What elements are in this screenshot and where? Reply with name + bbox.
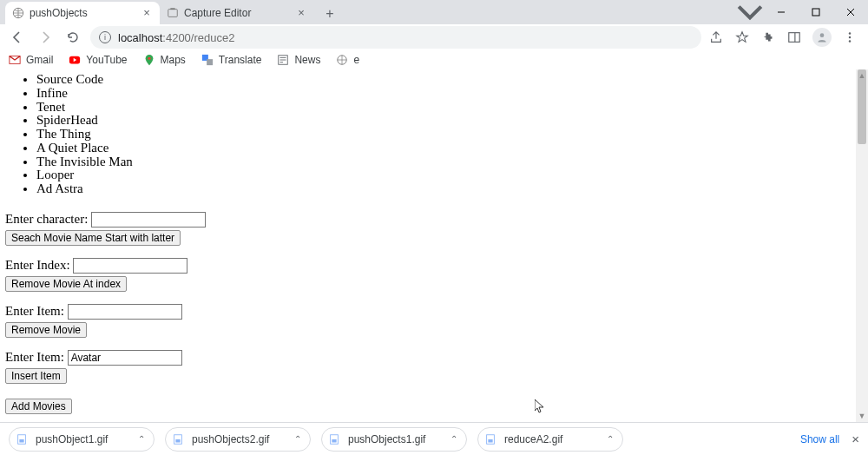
- remove-at-index-button[interactable]: Remove Movie At index: [5, 276, 127, 292]
- download-filename: pushObject1.gif: [36, 433, 131, 445]
- forward-button[interactable]: [35, 27, 56, 48]
- scroll-down-icon[interactable]: ▼: [856, 410, 868, 422]
- bookmark-label: Gmail: [26, 54, 53, 66]
- bookmark-translate[interactable]: Translate: [201, 54, 262, 66]
- share-icon[interactable]: [708, 30, 724, 45]
- chevron-up-icon[interactable]: ⌃: [607, 434, 614, 444]
- insert-item-input[interactable]: [68, 350, 182, 366]
- add-movies-button[interactable]: Add Movies: [5, 399, 72, 414]
- minimize-button[interactable]: [764, 0, 799, 24]
- svg-point-8: [849, 32, 851, 34]
- url-path: :4200/reduce2: [162, 31, 234, 44]
- kebab-menu-icon[interactable]: [842, 30, 858, 45]
- svg-rect-4: [812, 9, 819, 16]
- list-item: Looper: [36, 168, 863, 182]
- extensions-icon[interactable]: [760, 30, 776, 45]
- tab-title: pushObjects: [30, 7, 141, 19]
- search-char-block: Enter character: Seach Movie Name Start …: [5, 212, 863, 246]
- download-filename: pushObjects2.gif: [192, 433, 287, 445]
- list-item: The Thing: [36, 128, 863, 142]
- svg-rect-1: [168, 10, 178, 17]
- svg-rect-26: [332, 439, 336, 443]
- remove-movie-button[interactable]: Remove Movie: [5, 322, 87, 338]
- bookmark-label: Maps: [161, 54, 186, 66]
- remove-item-input[interactable]: [68, 304, 182, 320]
- download-item[interactable]: pushObject1.gif ⌃: [9, 427, 155, 452]
- chevron-up-icon[interactable]: ⌃: [450, 434, 457, 444]
- bookmark-label: News: [294, 54, 320, 66]
- news-icon: [277, 54, 289, 66]
- enter-item-label-1: Enter Item:: [5, 304, 64, 318]
- address-bar-row: i localhost:4200/reduce2: [0, 24, 868, 50]
- bookmark-label: YouTube: [86, 54, 127, 66]
- file-icon: [327, 432, 341, 446]
- url-host: localhost: [118, 31, 162, 44]
- bookmark-label: Translate: [219, 54, 262, 66]
- bookmark-e[interactable]: e: [336, 54, 359, 66]
- globe-icon: [12, 7, 24, 19]
- svg-rect-2: [170, 8, 174, 10]
- scrollbar-track[interactable]: [856, 69, 868, 422]
- svg-point-10: [849, 40, 851, 42]
- enter-index-label: Enter Index:: [5, 258, 70, 272]
- enter-item-label-2: Enter Item:: [5, 350, 64, 364]
- svg-point-9: [849, 36, 851, 38]
- svg-rect-5: [789, 33, 799, 43]
- remove-index-block: Enter Index: Remove Movie At index: [5, 258, 863, 292]
- bookmark-maps[interactable]: Maps: [143, 54, 186, 66]
- download-filename: reduceA2.gif: [504, 433, 600, 445]
- close-shelf-icon[interactable]: ×: [852, 432, 859, 446]
- download-item[interactable]: reduceA2.gif ⌃: [477, 427, 623, 452]
- download-item[interactable]: pushObjects2.gif ⌃: [165, 427, 311, 452]
- bookmark-news[interactable]: News: [277, 54, 320, 66]
- bookmark-star-icon[interactable]: [734, 30, 750, 45]
- window-controls: [736, 0, 868, 24]
- site-info-icon[interactable]: i: [99, 31, 111, 43]
- list-item: SpiderHead: [36, 114, 863, 128]
- maps-icon: [143, 54, 155, 66]
- profile-avatar[interactable]: [812, 28, 832, 47]
- tab-strip: pushObjects × Capture Editor × +: [0, 0, 868, 24]
- back-button[interactable]: [7, 27, 28, 48]
- movie-list: Source Code Infine Tenet SpiderHead The …: [5, 73, 863, 196]
- remove-item-block: Enter Item: Remove Movie: [5, 304, 863, 338]
- download-item[interactable]: pushObjects1.gif ⌃: [321, 427, 467, 452]
- search-movie-button[interactable]: Seach Movie Name Start with latter: [5, 230, 181, 246]
- list-item: A Quiet Place: [36, 142, 863, 155]
- bookmark-youtube[interactable]: YouTube: [69, 54, 127, 66]
- chevron-up-icon[interactable]: ⌃: [294, 434, 301, 444]
- translate-icon: [201, 54, 214, 66]
- browser-chrome: pushObjects × Capture Editor × +: [0, 0, 868, 69]
- svg-rect-28: [488, 439, 492, 443]
- file-icon: [483, 432, 497, 446]
- file-icon: [171, 432, 185, 446]
- chevron-up-icon[interactable]: ⌃: [138, 434, 145, 444]
- tab-capture-editor[interactable]: Capture Editor ×: [160, 2, 314, 24]
- svg-rect-24: [175, 439, 180, 443]
- close-window-button[interactable]: [833, 0, 868, 24]
- bookmark-label: e: [353, 54, 359, 66]
- list-item: Source Code: [36, 73, 863, 87]
- reload-button[interactable]: [62, 27, 83, 48]
- page-viewport: Source Code Infine Tenet SpiderHead The …: [0, 69, 868, 422]
- tab-pushobjects[interactable]: pushObjects ×: [5, 2, 160, 24]
- enter-index-input[interactable]: [73, 258, 187, 274]
- enter-character-label: Enter character:: [5, 212, 88, 226]
- bookmarks-bar: Gmail YouTube Maps Translate News e: [0, 50, 868, 69]
- gmail-icon: [9, 54, 21, 66]
- maximize-button[interactable]: [799, 0, 833, 24]
- show-all-downloads-link[interactable]: Show all: [800, 433, 839, 445]
- new-tab-button[interactable]: +: [319, 3, 340, 24]
- address-bar[interactable]: i localhost:4200/reduce2: [90, 26, 701, 49]
- enter-character-input[interactable]: [91, 212, 206, 228]
- scroll-up-icon[interactable]: ▲: [856, 69, 868, 82]
- svg-point-13: [148, 57, 150, 60]
- close-icon[interactable]: ×: [141, 7, 153, 19]
- tab-search-icon[interactable]: [736, 0, 764, 24]
- close-icon[interactable]: ×: [295, 7, 307, 19]
- list-item: Infine: [36, 87, 863, 101]
- bookmark-gmail[interactable]: Gmail: [9, 54, 53, 66]
- insert-item-button[interactable]: Insert Item: [5, 368, 67, 384]
- sidepanel-icon[interactable]: [786, 30, 802, 45]
- tab-title: Capture Editor: [184, 7, 295, 19]
